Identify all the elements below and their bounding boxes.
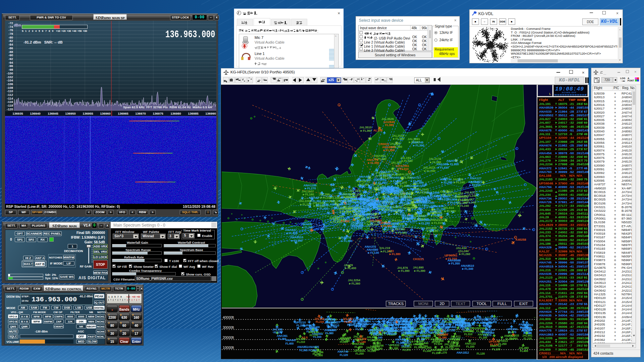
- svg-text:►FL340: ►FL340: [291, 239, 303, 242]
- svg-text:JAL2172: JAL2172: [399, 173, 412, 176]
- svg-text:ANA746: ANA746: [337, 350, 348, 353]
- svg-text:FL150: FL150: [466, 345, 475, 348]
- svg-text:MONI: MONI: [418, 302, 428, 306]
- svg-text:JAL3114: JAL3114: [423, 166, 435, 169]
- svg-text:FL160: FL160: [452, 338, 460, 341]
- svg-text:FL110: FL110: [522, 329, 530, 333]
- svg-text:►FL400: ►FL400: [317, 207, 328, 210]
- svg-text:ANA2294: ANA2294: [338, 199, 352, 202]
- svg-text:FL250: FL250: [356, 352, 364, 355]
- svg-text:►FL392: ►FL392: [310, 199, 321, 203]
- svg-text:FL370: FL370: [402, 348, 411, 352]
- svg-text:JAL182: JAL182: [394, 228, 405, 231]
- svg-text:FL380: FL380: [341, 220, 350, 223]
- svg-text:►FL380: ►FL380: [380, 174, 392, 177]
- svg-text:►FL380: ►FL380: [389, 252, 400, 256]
- svg-text:►FL250: ►FL250: [368, 199, 379, 202]
- svg-text:ANA1775: ANA1775: [352, 207, 366, 211]
- svg-text:►FL310: ►FL310: [357, 200, 368, 203]
- svg-text:CK0221: CK0221: [413, 257, 424, 261]
- svg-text:ANA404: ANA404: [457, 195, 468, 198]
- svg-text:2D: 2D: [440, 302, 445, 306]
- svg-text:►FL245: ►FL245: [320, 196, 331, 199]
- svg-text:FL220: FL220: [340, 340, 348, 344]
- svg-text:FL120: FL120: [340, 353, 348, 357]
- svg-text:►FL220: ►FL220: [457, 198, 469, 202]
- svg-text:FL400: FL400: [520, 349, 528, 353]
- svg-text:FL340 FL340: FL340 FL340: [300, 349, 317, 352]
- svg-text:JAL1920: JAL1920: [413, 214, 425, 218]
- svg-text:JAL2176: JAL2176: [429, 157, 441, 161]
- svg-text:TRACKS: TRACKS: [388, 302, 404, 306]
- svg-text:►FL270: ►FL270: [304, 187, 316, 190]
- svg-text:FL130: FL130: [477, 352, 485, 355]
- svg-text:FL320: FL320: [453, 322, 462, 325]
- svg-text:JAL234: JAL234: [391, 219, 402, 222]
- svg-text:►FL240: ►FL240: [339, 202, 351, 206]
- svg-text:►FL220: ►FL220: [415, 203, 427, 207]
- svg-text:FL210: FL210: [297, 340, 305, 344]
- svg-text:FL120: FL120: [431, 331, 440, 335]
- svg-text:FL340: FL340: [370, 331, 379, 335]
- svg-text:ANA42: ANA42: [309, 196, 319, 199]
- svg-text:TOOL: TOOL: [476, 302, 487, 306]
- svg-text:►FL350: ►FL350: [378, 191, 390, 194]
- svg-text:►FL200: ►FL200: [378, 208, 390, 211]
- svg-text:►FL410: ►FL410: [437, 166, 449, 169]
- svg-text:ANA647: ANA647: [285, 339, 297, 342]
- svg-text:JAL2166: JAL2166: [377, 188, 390, 191]
- svg-text:►FL310: ►FL310: [431, 221, 443, 225]
- svg-text:►FL190: ►FL190: [367, 216, 378, 219]
- svg-text:►FL360: ►FL360: [392, 137, 404, 140]
- svg-text:FL295: FL295: [368, 349, 376, 353]
- svg-text:FL190: FL190: [327, 324, 335, 327]
- svg-text:►FL260: ►FL260: [459, 252, 470, 256]
- svg-text:FL180: FL180: [390, 347, 398, 350]
- svg-text:FL240: FL240: [423, 349, 431, 353]
- svg-text:►FL400: ►FL400: [344, 266, 356, 270]
- svg-text:FL120: FL120: [434, 342, 442, 346]
- svg-text:ANA186: ANA186: [436, 163, 448, 166]
- svg-text:►FL380: ►FL380: [341, 239, 353, 243]
- svg-text:ANA127: ANA127: [470, 177, 482, 180]
- svg-text:30000ft: 30000ft: [223, 326, 234, 329]
- svg-text:ANA491: ANA491: [359, 175, 371, 178]
- svg-text:►FL160: ►FL160: [302, 193, 314, 196]
- svg-text:►FL130: ►FL130: [353, 211, 365, 214]
- svg-text:10000ft: 10000ft: [223, 346, 234, 350]
- svg-text:ANA8515: ANA8515: [290, 236, 304, 239]
- svg-text:FL290: FL290: [400, 325, 409, 329]
- svg-text:►FL180: ►FL180: [426, 229, 438, 233]
- svg-text:►FL240: ►FL240: [453, 181, 465, 184]
- svg-text:JAL295: JAL295: [319, 193, 330, 196]
- svg-text:JAL1049: JAL1049: [316, 203, 328, 207]
- svg-text:FL130: FL130: [492, 348, 500, 351]
- svg-text:►FL220: ►FL220: [300, 203, 311, 206]
- svg-text:UPS6061: UPS6061: [444, 254, 458, 257]
- svg-text:►FL310: ►FL310: [469, 183, 481, 187]
- svg-text:A2 5: A2 5: [302, 336, 308, 339]
- svg-text:►FL400: ►FL400: [414, 218, 425, 221]
- svg-text:FL180: FL180: [313, 352, 321, 356]
- svg-text:►FL350: ►FL350: [447, 163, 459, 166]
- svg-text:JAL295: JAL295: [333, 215, 344, 218]
- svg-text:AL158: AL158: [373, 129, 382, 132]
- svg-text:JAL879: JAL879: [340, 236, 351, 239]
- svg-text:ANA1812: ANA1812: [457, 351, 469, 354]
- svg-text:►FL360: ►FL360: [348, 282, 360, 285]
- svg-text:►FL350: ►FL350: [383, 148, 394, 152]
- svg-text:ANA851ANA635: ANA851ANA635: [297, 345, 319, 349]
- svg-text:►FL390: ►FL390: [413, 144, 424, 147]
- svg-text:FL400: FL400: [285, 342, 294, 345]
- svg-text:FL150: FL150: [423, 334, 431, 338]
- svg-text:►FL290: ►FL290: [424, 169, 435, 173]
- svg-text:FL310: FL310: [464, 333, 473, 336]
- svg-text:►FL250: ►FL250: [343, 195, 355, 199]
- svg-text:FL360: FL360: [509, 337, 518, 340]
- svg-text:EXIT: EXIT: [519, 302, 528, 306]
- svg-text:FL310: FL310: [384, 332, 393, 335]
- svg-text:FL170: FL170: [310, 334, 318, 337]
- svg-text:►FL350: ►FL350: [448, 262, 460, 265]
- svg-text:FL380: FL380: [385, 123, 394, 127]
- svg-text:►FL350: ►FL350: [360, 178, 371, 182]
